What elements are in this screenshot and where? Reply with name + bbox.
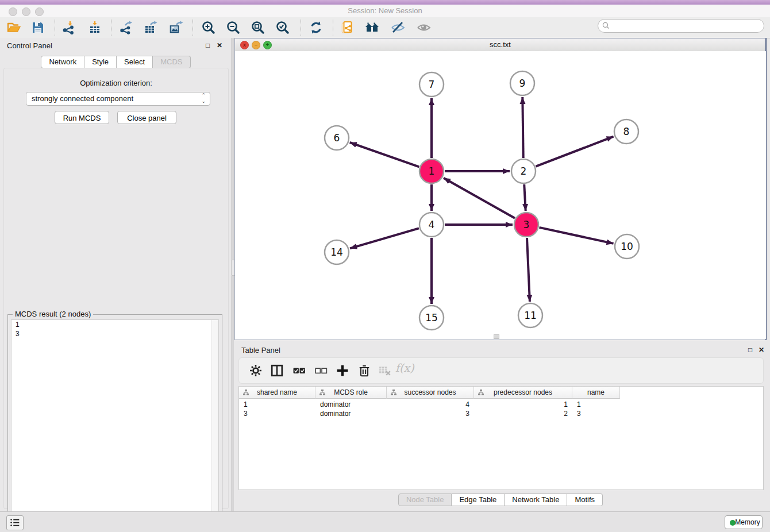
toolbar-separator: [55, 20, 55, 36]
import-network-icon[interactable]: [61, 20, 76, 35]
function-builder-icon: f(x): [395, 361, 414, 374]
hide-panels-icon[interactable]: [390, 20, 405, 35]
table-tab-motifs[interactable]: Motifs: [567, 494, 603, 506]
desktop-strip: [0, 0, 770, 5]
table-header-row: shared nameMCDS rolesuccessor nodesprede…: [239, 387, 620, 399]
graph-edge-2-9[interactable]: [522, 97, 523, 158]
zoom-out-icon[interactable]: [226, 20, 241, 35]
mcds-result-item: 3: [11, 329, 218, 338]
close-panel-icon[interactable]: ✕: [217, 41, 222, 49]
task-history-button[interactable]: [6, 515, 24, 530]
control-panel-tabs: NetworkStyleSelectMCDS: [0, 56, 232, 68]
network-window-title: scc.txt: [235, 40, 765, 49]
cell: 1: [572, 400, 620, 409]
column-label: successor nodes: [404, 388, 456, 396]
table-toolbar: f(x): [238, 357, 764, 384]
layout-home-icon[interactable]: [365, 20, 380, 35]
cell: 3: [572, 409, 620, 418]
open-file-icon[interactable]: [6, 20, 21, 35]
settings-gear-icon[interactable]: [249, 364, 262, 377]
graph-node-label: 6: [334, 132, 340, 144]
column-header-predecessor-nodes[interactable]: predecessor nodes: [474, 387, 572, 399]
columns-icon[interactable]: [271, 364, 283, 377]
table-panel: Table Panel □ ✕ f(x) shared nameMCDS rol…: [234, 342, 767, 511]
status-bar: Memory: [0, 511, 770, 532]
column-label: shared name: [257, 388, 297, 396]
network-window-titlebar[interactable]: x – + scc.txt: [235, 38, 765, 52]
column-header-shared-name[interactable]: shared name: [239, 387, 315, 399]
graph-edge-3-11[interactable]: [527, 238, 530, 302]
delete-table-icon[interactable]: [379, 364, 391, 377]
toolbar-separator: [111, 20, 111, 36]
cell: 2: [474, 409, 572, 418]
tab-mcds[interactable]: MCDS: [153, 56, 190, 68]
zoom-in-icon[interactable]: [201, 20, 216, 35]
export-table-icon[interactable]: [143, 20, 158, 35]
table-tabs: Node TableEdge TableNetwork TableMotifs: [234, 494, 767, 506]
close-panel-button[interactable]: Close panel: [117, 111, 176, 124]
delete-column-icon[interactable]: [358, 364, 371, 377]
graph-node-label: 9: [519, 78, 526, 89]
export-network-icon[interactable]: [118, 20, 133, 35]
column-header-MCDS-role[interactable]: MCDS role: [315, 387, 387, 399]
toolbar-separator: [333, 20, 333, 36]
memory-button[interactable]: Memory: [725, 515, 763, 529]
search-input[interactable]: [613, 20, 759, 32]
cell: 3: [239, 409, 315, 418]
criterion-selected-value: strongly connected component: [32, 94, 133, 103]
save-session-icon[interactable]: [30, 20, 45, 35]
close-table-panel-icon[interactable]: ✕: [759, 346, 764, 354]
tab-select[interactable]: Select: [117, 56, 153, 68]
zoom-fit-icon[interactable]: [251, 20, 265, 35]
graph-edge-2-8[interactable]: [536, 137, 613, 167]
table-tab-edge-table[interactable]: Edge Table: [452, 494, 505, 506]
show-eye-icon[interactable]: [416, 20, 431, 35]
zoom-selected-icon[interactable]: [275, 20, 290, 35]
table-row-1[interactable]: 1dominator411: [239, 400, 620, 409]
unselect-all-checkboxes-icon[interactable]: [315, 364, 328, 377]
graph-node-label: 10: [621, 241, 633, 252]
new-network-icon[interactable]: [340, 20, 355, 35]
canvas-resize-grip[interactable]: [494, 334, 499, 339]
column-header-name[interactable]: name: [572, 387, 620, 399]
graph-edge-3-10[interactable]: [539, 228, 613, 244]
control-panel-header: Control Panel □ ✕: [0, 38, 232, 53]
graph-edge-2-3[interactable]: [524, 184, 525, 211]
mcds-tab-content: Optimization criterion: strongly connect…: [3, 68, 229, 509]
table-tab-network-table[interactable]: Network Table: [505, 494, 567, 506]
graph-node-label: 7: [429, 79, 435, 90]
graph-node-label: 15: [425, 312, 438, 323]
graph-edge-4-14[interactable]: [350, 228, 419, 248]
mcds-result-title: MCDS result (2 nodes): [13, 310, 93, 318]
cell: 1: [239, 400, 315, 409]
table-panel-header: Table Panel □ ✕: [234, 342, 767, 357]
node-table: shared nameMCDS rolesuccessor nodesprede…: [238, 386, 764, 490]
select-all-checkboxes-icon[interactable]: [293, 364, 306, 377]
export-image-icon[interactable]: [168, 20, 183, 35]
graph-node-label: 4: [429, 219, 435, 230]
add-column-icon[interactable]: [336, 364, 349, 377]
main-toolbar: [0, 17, 770, 38]
toolbar-separator: [192, 20, 193, 36]
run-mcds-button[interactable]: Run MCDS: [55, 111, 109, 124]
search-box[interactable]: [598, 19, 764, 33]
memory-status-icon: [730, 520, 736, 526]
float-table-panel-icon[interactable]: □: [748, 346, 752, 354]
criterion-select[interactable]: strongly connected component ⌃⌄: [26, 92, 210, 106]
result-scrollbar[interactable]: [211, 320, 218, 528]
tab-network[interactable]: Network: [41, 56, 84, 68]
float-panel-icon[interactable]: □: [206, 41, 210, 49]
tab-style[interactable]: Style: [84, 56, 117, 68]
graph-edge-1-6[interactable]: [350, 142, 419, 167]
refresh-icon[interactable]: [309, 20, 324, 35]
import-table-icon[interactable]: [87, 20, 102, 35]
graph-edge-3-1[interactable]: [444, 178, 515, 218]
column-header-successor-nodes[interactable]: successor nodes: [387, 387, 474, 399]
table-tab-node-table[interactable]: Node Table: [398, 494, 452, 506]
mcds-result-list[interactable]: 13: [11, 319, 219, 529]
control-panel: Control Panel □ ✕ NetworkStyleSelectMCDS…: [0, 38, 232, 511]
table-row-2[interactable]: 3dominator323: [239, 409, 620, 418]
graph-node-label: 11: [524, 310, 537, 321]
table-panel-title: Table Panel: [241, 346, 280, 354]
network-canvas[interactable]: 1234678910111415: [235, 51, 766, 339]
